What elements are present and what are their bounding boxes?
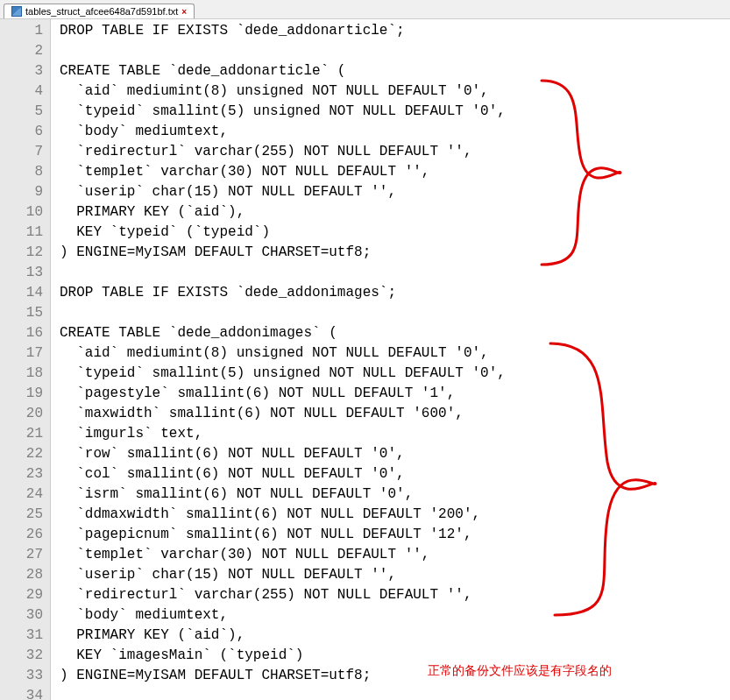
annotation-text: 正常的备份文件应该是有字段名的 (428, 661, 612, 681)
code-line[interactable]: `pagestyle` smallint(6) NOT NULL DEFAULT… (60, 384, 730, 404)
code-line[interactable]: KEY `typeid` (`typeid`) (60, 223, 730, 243)
code-line[interactable]: PRIMARY KEY (`aid`), (60, 202, 730, 223)
line-number: 31 (0, 626, 43, 646)
line-number: 17 (0, 343, 43, 364)
code-line[interactable] (60, 263, 730, 283)
line-number: 14 (0, 283, 43, 303)
code-line[interactable]: `row` smallint(6) NOT NULL DEFAULT '0', (60, 444, 730, 464)
code-line[interactable]: `ddmaxwidth` smallint(6) NOT NULL DEFAUL… (60, 505, 730, 525)
code-line[interactable]: ) ENGINE=MyISAM DEFAULT CHARSET=utf8; (60, 243, 730, 263)
line-number: 33 (0, 666, 43, 686)
line-number: 3 (0, 61, 43, 81)
line-number: 6 (0, 122, 43, 142)
code-line[interactable]: CREATE TABLE `dede_addonimages` ( (60, 323, 730, 343)
code-line[interactable]: `redirecturl` varchar(255) NOT NULL DEFA… (60, 585, 730, 605)
line-number: 32 (0, 646, 43, 666)
line-number: 5 (0, 102, 43, 122)
line-number: 4 (0, 81, 43, 102)
line-number: 34 (0, 686, 43, 700)
file-tab[interactable]: tables_struct_afcee648a7d591bf.txt × (4, 4, 195, 18)
code-line[interactable]: KEY `imagesMain` (`typeid`) (60, 646, 730, 666)
line-number: 16 (0, 323, 43, 343)
code-line[interactable]: `userip` char(15) NOT NULL DEFAULT '', (60, 182, 730, 202)
line-number: 28 (0, 565, 43, 585)
code-line[interactable]: ) ENGINE=MyISAM DEFAULT CHARSET=utf8; (60, 666, 730, 686)
code-line[interactable]: `col` smallint(6) NOT NULL DEFAULT '0', (60, 464, 730, 484)
line-number: 11 (0, 223, 43, 243)
line-number: 19 (0, 384, 43, 404)
code-line[interactable]: DROP TABLE IF EXISTS `dede_addonimages`; (60, 283, 730, 303)
code-line[interactable]: `redirecturl` varchar(255) NOT NULL DEFA… (60, 142, 730, 162)
line-number: 12 (0, 243, 43, 263)
line-number: 27 (0, 545, 43, 565)
code-line[interactable]: `userip` char(15) NOT NULL DEFAULT '', (60, 565, 730, 585)
line-number: 1 (0, 21, 43, 41)
line-number: 22 (0, 444, 43, 464)
line-number: 21 (0, 424, 43, 444)
code-line[interactable]: `body` mediumtext, (60, 122, 730, 142)
line-number: 15 (0, 303, 43, 323)
line-number: 10 (0, 202, 43, 223)
code-line[interactable]: `aid` mediumint(8) unsigned NOT NULL DEF… (60, 81, 730, 102)
tab-bar: tables_struct_afcee648a7d591bf.txt × (0, 0, 730, 19)
line-number: 26 (0, 525, 43, 545)
line-number: 8 (0, 162, 43, 182)
line-number: 30 (0, 605, 43, 626)
line-number: 24 (0, 484, 43, 505)
line-number: 2 (0, 41, 43, 61)
line-number: 7 (0, 142, 43, 162)
tab-filename: tables_struct_afcee648a7d591bf.txt (25, 6, 178, 17)
code-area[interactable]: DROP TABLE IF EXISTS `dede_addonarticle`… (51, 19, 730, 700)
code-line[interactable] (60, 303, 730, 323)
code-line[interactable]: `body` mediumtext, (60, 605, 730, 626)
code-line[interactable]: PRIMARY KEY (`aid`), (60, 626, 730, 646)
code-line[interactable]: `pagepicnum` smallint(6) NOT NULL DEFAUL… (60, 525, 730, 545)
code-line[interactable]: CREATE TABLE `dede_addonarticle` ( (60, 61, 730, 81)
code-line[interactable]: `aid` mediumint(8) unsigned NOT NULL DEF… (60, 343, 730, 364)
line-number: 23 (0, 464, 43, 484)
code-line[interactable]: `typeid` smallint(5) unsigned NOT NULL D… (60, 102, 730, 122)
file-icon (11, 6, 22, 17)
code-line[interactable]: `maxwidth` smallint(6) NOT NULL DEFAULT … (60, 404, 730, 424)
editor: 1234567891011121314151617181920212223242… (0, 19, 730, 700)
code-line[interactable] (60, 41, 730, 61)
line-number-gutter: 1234567891011121314151617181920212223242… (0, 19, 51, 700)
code-line[interactable]: `templet` varchar(30) NOT NULL DEFAULT '… (60, 162, 730, 182)
code-line[interactable]: DROP TABLE IF EXISTS `dede_addonarticle`… (60, 21, 730, 41)
code-line[interactable]: `typeid` smallint(5) unsigned NOT NULL D… (60, 364, 730, 384)
line-number: 29 (0, 585, 43, 605)
code-line[interactable]: `templet` varchar(30) NOT NULL DEFAULT '… (60, 545, 730, 565)
close-icon[interactable]: × (181, 7, 187, 17)
line-number: 18 (0, 364, 43, 384)
code-line[interactable]: `isrm` smallint(6) NOT NULL DEFAULT '0', (60, 484, 730, 505)
line-number: 25 (0, 505, 43, 525)
line-number: 13 (0, 263, 43, 283)
line-number: 20 (0, 404, 43, 424)
code-line[interactable]: `imgurls` text, (60, 424, 730, 444)
line-number: 9 (0, 182, 43, 202)
